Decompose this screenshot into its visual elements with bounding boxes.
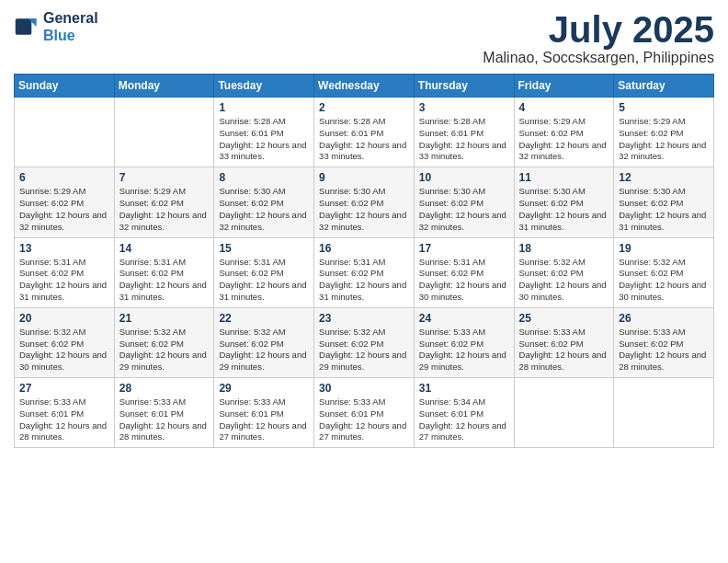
day-number: 11	[519, 171, 609, 184]
day-info: Sunrise: 5:33 AM Sunset: 6:01 PM Dayligh…	[319, 396, 409, 443]
day-number: 2	[319, 101, 409, 114]
calendar-header-row: SundayMondayTuesdayWednesdayThursdayFrid…	[15, 75, 714, 98]
calendar-cell: 2Sunrise: 5:28 AM Sunset: 6:01 PM Daylig…	[314, 98, 415, 167]
calendar-cell	[15, 98, 115, 167]
calendar-cell: 23Sunrise: 5:32 AM Sunset: 6:02 PM Dayli…	[314, 307, 415, 377]
day-number: 10	[419, 171, 509, 184]
calendar-body: 1Sunrise: 5:28 AM Sunset: 6:01 PM Daylig…	[15, 98, 714, 448]
day-info: Sunrise: 5:28 AM Sunset: 6:01 PM Dayligh…	[319, 116, 409, 163]
calendar-cell: 31Sunrise: 5:34 AM Sunset: 6:01 PM Dayli…	[414, 378, 514, 448]
calendar-cell: 10Sunrise: 5:30 AM Sunset: 6:02 PM Dayli…	[414, 167, 514, 237]
day-number: 25	[519, 312, 609, 325]
logo-text: General Blue	[43, 9, 98, 44]
calendar-cell: 13Sunrise: 5:31 AM Sunset: 6:02 PM Dayli…	[15, 237, 115, 307]
day-info: Sunrise: 5:31 AM Sunset: 6:02 PM Dayligh…	[119, 257, 210, 304]
calendar-header-wednesday: Wednesday	[314, 75, 415, 98]
day-info: Sunrise: 5:28 AM Sunset: 6:01 PM Dayligh…	[219, 116, 309, 163]
calendar-cell: 11Sunrise: 5:30 AM Sunset: 6:02 PM Dayli…	[514, 167, 614, 237]
calendar-cell: 5Sunrise: 5:29 AM Sunset: 6:02 PM Daylig…	[614, 98, 714, 167]
day-number: 26	[619, 312, 709, 325]
calendar-cell: 25Sunrise: 5:33 AM Sunset: 6:02 PM Dayli…	[514, 307, 614, 377]
day-number: 14	[119, 242, 210, 255]
calendar-cell: 16Sunrise: 5:31 AM Sunset: 6:02 PM Dayli…	[314, 237, 415, 307]
calendar-header-monday: Monday	[114, 75, 214, 98]
day-info: Sunrise: 5:33 AM Sunset: 6:02 PM Dayligh…	[619, 327, 709, 373]
calendar-cell: 27Sunrise: 5:33 AM Sunset: 6:01 PM Dayli…	[15, 378, 115, 448]
day-number: 9	[319, 171, 409, 184]
day-info: Sunrise: 5:31 AM Sunset: 6:02 PM Dayligh…	[219, 257, 309, 304]
calendar-week-5: 27Sunrise: 5:33 AM Sunset: 6:01 PM Dayli…	[15, 378, 714, 448]
day-info: Sunrise: 5:31 AM Sunset: 6:02 PM Dayligh…	[319, 257, 409, 304]
day-number: 18	[519, 242, 609, 255]
day-number: 24	[419, 312, 509, 325]
logo-icon	[14, 14, 40, 40]
day-info: Sunrise: 5:29 AM Sunset: 6:02 PM Dayligh…	[519, 116, 609, 163]
day-number: 27	[19, 382, 109, 395]
day-info: Sunrise: 5:30 AM Sunset: 6:02 PM Dayligh…	[219, 186, 309, 233]
calendar-header-friday: Friday	[514, 75, 614, 98]
calendar-cell: 1Sunrise: 5:28 AM Sunset: 6:01 PM Daylig…	[214, 98, 314, 167]
calendar-table: SundayMondayTuesdayWednesdayThursdayFrid…	[14, 74, 714, 448]
calendar-cell	[514, 378, 614, 448]
calendar-cell	[114, 98, 214, 167]
calendar-cell: 9Sunrise: 5:30 AM Sunset: 6:02 PM Daylig…	[314, 167, 415, 237]
calendar-week-1: 1Sunrise: 5:28 AM Sunset: 6:01 PM Daylig…	[15, 98, 714, 167]
day-number: 12	[619, 171, 709, 184]
day-number: 20	[19, 312, 109, 325]
day-number: 23	[319, 312, 409, 325]
day-info: Sunrise: 5:32 AM Sunset: 6:02 PM Dayligh…	[119, 327, 210, 373]
calendar-cell: 14Sunrise: 5:31 AM Sunset: 6:02 PM Dayli…	[114, 237, 214, 307]
calendar-header-thursday: Thursday	[414, 75, 514, 98]
day-number: 29	[219, 382, 309, 395]
day-info: Sunrise: 5:33 AM Sunset: 6:02 PM Dayligh…	[519, 327, 609, 373]
day-info: Sunrise: 5:31 AM Sunset: 6:02 PM Dayligh…	[19, 257, 109, 304]
day-number: 15	[219, 242, 309, 255]
day-info: Sunrise: 5:29 AM Sunset: 6:02 PM Dayligh…	[619, 116, 709, 163]
day-number: 6	[19, 171, 109, 184]
calendar-cell: 28Sunrise: 5:33 AM Sunset: 6:01 PM Dayli…	[114, 378, 214, 448]
day-info: Sunrise: 5:29 AM Sunset: 6:02 PM Dayligh…	[119, 186, 210, 233]
calendar-header-sunday: Sunday	[15, 75, 115, 98]
day-number: 30	[319, 382, 409, 395]
calendar-cell: 15Sunrise: 5:31 AM Sunset: 6:02 PM Dayli…	[214, 237, 314, 307]
calendar-header-tuesday: Tuesday	[214, 75, 314, 98]
calendar-cell: 29Sunrise: 5:33 AM Sunset: 6:01 PM Dayli…	[214, 378, 314, 448]
day-info: Sunrise: 5:30 AM Sunset: 6:02 PM Dayligh…	[619, 186, 709, 233]
day-number: 5	[619, 101, 709, 114]
calendar-week-2: 6Sunrise: 5:29 AM Sunset: 6:02 PM Daylig…	[15, 167, 714, 237]
calendar-cell: 12Sunrise: 5:30 AM Sunset: 6:02 PM Dayli…	[614, 167, 714, 237]
calendar-cell: 26Sunrise: 5:33 AM Sunset: 6:02 PM Dayli…	[614, 307, 714, 377]
day-number: 1	[219, 101, 309, 114]
day-info: Sunrise: 5:30 AM Sunset: 6:02 PM Dayligh…	[319, 186, 409, 233]
calendar-cell: 17Sunrise: 5:31 AM Sunset: 6:02 PM Dayli…	[414, 237, 514, 307]
calendar-cell: 20Sunrise: 5:32 AM Sunset: 6:02 PM Dayli…	[15, 307, 115, 377]
calendar-cell: 22Sunrise: 5:32 AM Sunset: 6:02 PM Dayli…	[214, 307, 314, 377]
calendar-cell: 30Sunrise: 5:33 AM Sunset: 6:01 PM Dayli…	[314, 378, 415, 448]
day-info: Sunrise: 5:31 AM Sunset: 6:02 PM Dayligh…	[419, 257, 509, 304]
day-info: Sunrise: 5:32 AM Sunset: 6:02 PM Dayligh…	[519, 257, 609, 304]
day-info: Sunrise: 5:33 AM Sunset: 6:01 PM Dayligh…	[219, 396, 309, 443]
day-info: Sunrise: 5:32 AM Sunset: 6:02 PM Dayligh…	[619, 257, 709, 304]
calendar-cell: 24Sunrise: 5:33 AM Sunset: 6:02 PM Dayli…	[414, 307, 514, 377]
calendar-header-saturday: Saturday	[614, 75, 714, 98]
day-number: 21	[119, 312, 210, 325]
calendar-week-3: 13Sunrise: 5:31 AM Sunset: 6:02 PM Dayli…	[15, 237, 714, 307]
day-info: Sunrise: 5:33 AM Sunset: 6:01 PM Dayligh…	[119, 396, 210, 443]
day-info: Sunrise: 5:34 AM Sunset: 6:01 PM Dayligh…	[419, 396, 509, 443]
day-number: 31	[419, 382, 509, 395]
calendar-cell: 19Sunrise: 5:32 AM Sunset: 6:02 PM Dayli…	[614, 237, 714, 307]
calendar-cell: 3Sunrise: 5:28 AM Sunset: 6:01 PM Daylig…	[414, 98, 514, 167]
day-number: 22	[219, 312, 309, 325]
day-number: 8	[219, 171, 309, 184]
calendar-week-4: 20Sunrise: 5:32 AM Sunset: 6:02 PM Dayli…	[15, 307, 714, 377]
day-info: Sunrise: 5:33 AM Sunset: 6:02 PM Dayligh…	[419, 327, 509, 373]
day-info: Sunrise: 5:32 AM Sunset: 6:02 PM Dayligh…	[319, 327, 409, 373]
calendar-cell	[614, 378, 714, 448]
page-header: General Blue July 2025 Malinao, Soccsksa…	[14, 9, 714, 66]
day-number: 3	[419, 101, 509, 114]
logo: General Blue	[14, 9, 98, 44]
calendar-cell: 6Sunrise: 5:29 AM Sunset: 6:02 PM Daylig…	[15, 167, 115, 237]
location-title: Malinao, Soccsksargen, Philippines	[483, 50, 714, 66]
day-info: Sunrise: 5:32 AM Sunset: 6:02 PM Dayligh…	[19, 327, 109, 373]
day-number: 17	[419, 242, 509, 255]
